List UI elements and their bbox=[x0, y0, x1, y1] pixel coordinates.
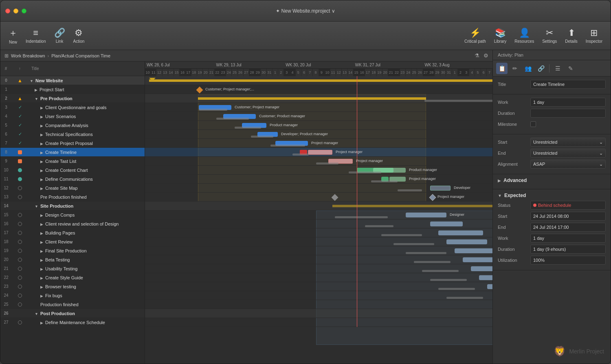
task-num: 15 bbox=[0, 213, 12, 217]
expected-arrow: ▼ bbox=[498, 193, 502, 198]
inspector-end-value[interactable]: Unrestricted ⌄ bbox=[530, 149, 606, 158]
task-num: 12 bbox=[0, 186, 12, 190]
task-row-selected[interactable]: 8 ▶ Create Timeline bbox=[0, 148, 145, 157]
new-button[interactable]: ＋ New bbox=[5, 25, 21, 46]
gantt-day: 23 bbox=[220, 69, 226, 76]
task-num: 16 bbox=[0, 221, 12, 226]
gantt-day: 29 bbox=[435, 69, 440, 76]
inspector-tool-assign[interactable]: 👥 bbox=[522, 63, 534, 74]
task-row[interactable]: 21 ▶ Usability Testing bbox=[0, 264, 145, 273]
inspector-tool-links[interactable]: 🔗 bbox=[535, 63, 547, 74]
resources-button[interactable]: 👤 Resources bbox=[511, 26, 537, 45]
group-bar-end-left bbox=[149, 78, 156, 81]
task-bar-future bbox=[430, 221, 463, 226]
gantt-chart[interactable]: WK 28, 6 Jul WK 29, 13 Jul WK 30, 20 Jul… bbox=[145, 61, 492, 364]
expected-utilization-value: 100% bbox=[530, 256, 606, 265]
activity-label: Activity: Plan bbox=[493, 50, 611, 60]
alignment-value-text: ASAP bbox=[533, 162, 545, 167]
gantt-day: 4 bbox=[469, 69, 475, 76]
inspector-tool-notes[interactable]: ✏ bbox=[509, 63, 521, 74]
task-row[interactable]: 9 ▶ Create Tast List bbox=[0, 157, 145, 166]
task-row[interactable]: 13 Pre Production finished bbox=[0, 193, 145, 202]
task-title: ▶ Create Content Chart bbox=[28, 168, 145, 173]
status-circle-icon bbox=[18, 195, 22, 199]
critical-path-button[interactable]: ⚡ Critical path bbox=[461, 26, 489, 45]
task-row[interactable]: 11 ▶ Define Communications bbox=[0, 175, 145, 184]
task-row[interactable]: 24 ▶ Fix bugs bbox=[0, 291, 145, 300]
minimize-button[interactable] bbox=[13, 9, 18, 13]
task-row[interactable]: 1 ▶ Project Start bbox=[0, 85, 145, 94]
task-row[interactable]: 22 ▶ Create Style Guide bbox=[0, 273, 145, 282]
task-num: 21 bbox=[0, 266, 12, 271]
task-row[interactable]: 4 ✓ ▶ User Scenarios bbox=[0, 112, 145, 121]
inspector-start-value[interactable]: Unrestricted ⌄ bbox=[530, 138, 606, 147]
inspector-row-expected-work: Work 1 day bbox=[498, 234, 606, 243]
inspector-row-expected-start: Start 24 Jul 2014 08:00 bbox=[498, 212, 606, 221]
milestone-diamond bbox=[196, 87, 203, 94]
inspector-row-start: Start Unrestricted ⌄ bbox=[498, 138, 606, 147]
settings-small-icon[interactable]: ⚙ bbox=[484, 53, 488, 59]
inspector-milestone-checkbox[interactable] bbox=[530, 121, 536, 127]
advanced-section-header[interactable]: ▶ Advanced bbox=[498, 178, 606, 183]
settings-button[interactable]: ✂ Settings bbox=[539, 26, 560, 45]
action-button[interactable]: ⚙ Action bbox=[70, 26, 88, 45]
task-row[interactable]: 15 ▶ Design Comps bbox=[0, 211, 145, 219]
task-row[interactable]: 0 ▲ ▼ New Website bbox=[0, 76, 145, 85]
task-status bbox=[12, 150, 28, 154]
task-row[interactable]: 6 ✓ ▶ Technical Specifications bbox=[0, 130, 145, 139]
task-row[interactable]: 3 ✓ ▶ Client Questionnaire and goals bbox=[0, 103, 145, 112]
task-row[interactable]: 23 ▶ Browser testing bbox=[0, 282, 145, 291]
filter-icon[interactable]: ⚗ bbox=[475, 53, 479, 59]
task-num: 11 bbox=[0, 177, 12, 181]
close-button[interactable] bbox=[5, 9, 10, 13]
task-list: # ↑ Title 0 ▲ ▼ New Website 1 bbox=[0, 61, 145, 364]
inspector-tool-edit[interactable]: ✎ bbox=[565, 63, 576, 74]
link-button[interactable]: 🔗 Link bbox=[51, 26, 68, 45]
gantt-week: WK 29, 13 Jul bbox=[215, 61, 284, 68]
task-row[interactable]: 20 ▶ Beta Testing bbox=[0, 255, 145, 264]
gantt-day: 1 bbox=[452, 69, 458, 76]
inspector-duration-value[interactable] bbox=[530, 109, 606, 118]
status-green-icon bbox=[18, 168, 22, 172]
task-row[interactable]: 2 ▲ ▼ Pre Production bbox=[0, 94, 145, 103]
inspector-work-value[interactable]: 1 day bbox=[530, 98, 606, 107]
task-bar-future bbox=[471, 266, 492, 271]
task-row[interactable]: 27 ▶ Define Maintenance Schedule bbox=[0, 318, 145, 327]
task-row[interactable]: 17 ▶ Building Pages bbox=[0, 228, 145, 237]
expected-section-header[interactable]: ▼ Expected bbox=[498, 193, 606, 198]
today-line bbox=[357, 76, 357, 327]
inspector-title-value[interactable]: Create Timeline bbox=[530, 80, 606, 89]
gantt-label: Product manager bbox=[270, 123, 298, 127]
maximize-button[interactable] bbox=[22, 9, 26, 13]
merlin-icon: 🦁 bbox=[554, 346, 566, 357]
task-row[interactable]: 26 ▼ Post Production bbox=[0, 309, 145, 318]
actual-bar bbox=[414, 261, 451, 263]
task-row[interactable]: 25 Production finished bbox=[0, 300, 145, 309]
task-row[interactable]: 10 ▶ Create Content Chart bbox=[0, 166, 145, 175]
task-status bbox=[12, 159, 28, 163]
details-button[interactable]: ⬆ Details bbox=[562, 26, 581, 45]
task-row[interactable]: 16 ▶ Client review and selection of Desi… bbox=[0, 219, 145, 228]
indentation-button[interactable]: ≡ Indentation bbox=[22, 26, 49, 45]
task-row[interactable]: 5 ✓ ▶ Comparative Analysis bbox=[0, 121, 145, 130]
inspector-alignment-value[interactable]: ASAP ⌄ bbox=[530, 160, 606, 169]
breadcrumb-item-2[interactable]: Plan/Actual Comparison Time bbox=[51, 53, 110, 58]
inspector-button[interactable]: ⊞ Inspector bbox=[582, 26, 606, 45]
gantt-week: WK 30, 20 Jul bbox=[284, 61, 354, 68]
breadcrumb-item-1[interactable]: Work Breakdown bbox=[11, 53, 45, 58]
expected-status-label: Status bbox=[498, 203, 530, 208]
gantt-label: Project manager bbox=[336, 150, 363, 154]
actual-bar bbox=[381, 234, 422, 236]
task-row[interactable]: 7 ✓ ▶ Create Project Proposal bbox=[0, 139, 145, 148]
breadcrumb-bar: ⊞ Work Breakdown › Plan/Actual Compariso… bbox=[0, 50, 492, 61]
task-row[interactable]: 12 ▶ Create Site Map bbox=[0, 184, 145, 193]
inspector-tool-info[interactable]: 📋 bbox=[496, 63, 508, 74]
task-row[interactable]: 19 ▶ Final Site Production bbox=[0, 246, 145, 255]
task-row[interactable]: 18 ▶ Client Review bbox=[0, 237, 145, 246]
library-button[interactable]: 📚 Library bbox=[491, 26, 510, 45]
gantt-day: 15 bbox=[174, 69, 180, 76]
main-content: ⊞ Work Breakdown › Plan/Actual Compariso… bbox=[0, 50, 611, 364]
task-row[interactable]: 14 ▼ Site Production bbox=[0, 202, 145, 211]
task-title: ▶ Create Timeline bbox=[28, 150, 145, 155]
inspector-tool-list[interactable]: ☰ bbox=[552, 63, 563, 74]
